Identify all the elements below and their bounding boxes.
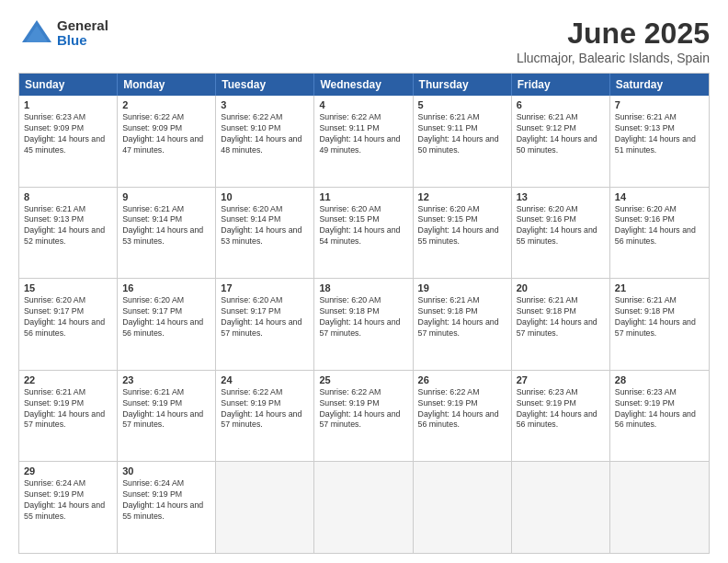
day-number: 1 bbox=[24, 99, 112, 110]
day-number: 2 bbox=[122, 99, 210, 110]
day-number: 6 bbox=[517, 99, 605, 110]
header: General Blue June 2025 Llucmajor, Balear… bbox=[18, 17, 710, 65]
day-header-thursday: Thursday bbox=[414, 74, 512, 96]
logo-general-label: General bbox=[57, 18, 108, 34]
day-number: 8 bbox=[24, 191, 112, 202]
day-cell-8: 8Sunrise: 6:21 AMSunset: 9:13 PMDaylight… bbox=[19, 188, 118, 279]
day-number: 24 bbox=[221, 374, 309, 385]
day-cell-6: 6Sunrise: 6:21 AMSunset: 9:12 PMDaylight… bbox=[512, 96, 610, 187]
day-number: 18 bbox=[319, 282, 407, 293]
cell-info: Sunrise: 6:21 AMSunset: 9:19 PMDaylight:… bbox=[122, 387, 210, 431]
logo-icon bbox=[18, 17, 55, 50]
day-cell-29: 29Sunrise: 6:24 AMSunset: 9:19 PMDayligh… bbox=[19, 462, 118, 553]
day-cell-30: 30Sunrise: 6:24 AMSunset: 9:19 PMDayligh… bbox=[118, 462, 216, 553]
title-block: June 2025 Llucmajor, Balearic Islands, S… bbox=[517, 17, 710, 65]
day-cell-14: 14Sunrise: 6:20 AMSunset: 9:16 PMDayligh… bbox=[610, 188, 709, 279]
logo-blue-label: Blue bbox=[57, 33, 108, 49]
day-number: 4 bbox=[319, 99, 407, 110]
day-header-saturday: Saturday bbox=[610, 74, 709, 96]
page: General Blue June 2025 Llucmajor, Balear… bbox=[0, 0, 728, 563]
day-cell-19: 19Sunrise: 6:21 AMSunset: 9:18 PMDayligh… bbox=[414, 279, 512, 370]
location-title: Llucmajor, Balearic Islands, Spain bbox=[517, 51, 710, 65]
cell-info: Sunrise: 6:23 AMSunset: 9:19 PMDaylight:… bbox=[615, 387, 704, 431]
day-cell-16: 16Sunrise: 6:20 AMSunset: 9:17 PMDayligh… bbox=[118, 279, 216, 370]
day-number: 29 bbox=[24, 465, 112, 477]
cell-info: Sunrise: 6:20 AMSunset: 9:16 PMDaylight:… bbox=[615, 204, 704, 248]
day-number: 11 bbox=[319, 191, 407, 202]
day-number: 9 bbox=[122, 191, 210, 202]
cell-info: Sunrise: 6:21 AMSunset: 9:19 PMDaylight:… bbox=[24, 387, 112, 431]
day-cell-18: 18Sunrise: 6:20 AMSunset: 9:18 PMDayligh… bbox=[314, 279, 413, 370]
cell-info: Sunrise: 6:22 AMSunset: 9:19 PMDaylight:… bbox=[418, 387, 506, 431]
cell-info: Sunrise: 6:21 AMSunset: 9:13 PMDaylight:… bbox=[615, 112, 704, 156]
day-number: 25 bbox=[319, 374, 407, 385]
empty-cell bbox=[216, 462, 314, 553]
day-cell-9: 9Sunrise: 6:21 AMSunset: 9:14 PMDaylight… bbox=[118, 188, 216, 279]
cell-info: Sunrise: 6:22 AMSunset: 9:10 PMDaylight:… bbox=[221, 112, 309, 156]
day-number: 7 bbox=[615, 99, 704, 110]
cell-info: Sunrise: 6:22 AMSunset: 9:19 PMDaylight:… bbox=[221, 387, 309, 431]
cell-info: Sunrise: 6:22 AMSunset: 9:11 PMDaylight:… bbox=[319, 112, 407, 156]
day-number: 26 bbox=[418, 374, 506, 385]
empty-cell bbox=[512, 462, 610, 553]
cell-info: Sunrise: 6:24 AMSunset: 9:19 PMDaylight:… bbox=[24, 478, 112, 523]
cell-info: Sunrise: 6:20 AMSunset: 9:15 PMDaylight:… bbox=[319, 204, 407, 248]
day-number: 27 bbox=[517, 374, 605, 385]
day-cell-27: 27Sunrise: 6:23 AMSunset: 9:19 PMDayligh… bbox=[512, 371, 610, 462]
day-number: 15 bbox=[24, 282, 112, 293]
day-number: 19 bbox=[418, 282, 506, 293]
logo: General Blue bbox=[18, 17, 108, 50]
day-number: 14 bbox=[615, 191, 704, 202]
day-cell-3: 3Sunrise: 6:22 AMSunset: 9:10 PMDaylight… bbox=[216, 96, 314, 187]
day-number: 16 bbox=[122, 282, 210, 293]
day-cell-20: 20Sunrise: 6:21 AMSunset: 9:18 PMDayligh… bbox=[512, 279, 610, 370]
cell-info: Sunrise: 6:21 AMSunset: 9:14 PMDaylight:… bbox=[122, 204, 210, 248]
cell-info: Sunrise: 6:20 AMSunset: 9:16 PMDaylight:… bbox=[517, 204, 605, 248]
cell-info: Sunrise: 6:20 AMSunset: 9:15 PMDaylight:… bbox=[418, 204, 506, 248]
day-cell-22: 22Sunrise: 6:21 AMSunset: 9:19 PMDayligh… bbox=[19, 371, 118, 462]
day-header-friday: Friday bbox=[512, 74, 610, 96]
cell-info: Sunrise: 6:21 AMSunset: 9:13 PMDaylight:… bbox=[24, 204, 112, 248]
day-cell-24: 24Sunrise: 6:22 AMSunset: 9:19 PMDayligh… bbox=[216, 371, 314, 462]
day-header-sunday: Sunday bbox=[19, 74, 118, 96]
day-header-tuesday: Tuesday bbox=[216, 74, 314, 96]
day-cell-26: 26Sunrise: 6:22 AMSunset: 9:19 PMDayligh… bbox=[414, 371, 512, 462]
day-cell-12: 12Sunrise: 6:20 AMSunset: 9:15 PMDayligh… bbox=[414, 188, 512, 279]
week-row-2: 8Sunrise: 6:21 AMSunset: 9:13 PMDaylight… bbox=[19, 187, 709, 279]
month-title: June 2025 bbox=[517, 17, 710, 51]
cell-info: Sunrise: 6:20 AMSunset: 9:18 PMDaylight:… bbox=[319, 295, 407, 339]
cell-info: Sunrise: 6:24 AMSunset: 9:19 PMDaylight:… bbox=[122, 478, 210, 523]
cell-info: Sunrise: 6:22 AMSunset: 9:09 PMDaylight:… bbox=[122, 112, 210, 156]
day-number: 23 bbox=[122, 374, 210, 385]
day-cell-13: 13Sunrise: 6:20 AMSunset: 9:16 PMDayligh… bbox=[512, 188, 610, 279]
cell-info: Sunrise: 6:21 AMSunset: 9:18 PMDaylight:… bbox=[418, 295, 506, 339]
cell-info: Sunrise: 6:23 AMSunset: 9:19 PMDaylight:… bbox=[517, 387, 605, 431]
cell-info: Sunrise: 6:21 AMSunset: 9:18 PMDaylight:… bbox=[517, 295, 605, 339]
week-row-4: 22Sunrise: 6:21 AMSunset: 9:19 PMDayligh… bbox=[19, 370, 709, 462]
calendar-header: SundayMondayTuesdayWednesdayThursdayFrid… bbox=[19, 74, 709, 96]
day-cell-2: 2Sunrise: 6:22 AMSunset: 9:09 PMDaylight… bbox=[118, 96, 216, 187]
day-number: 10 bbox=[221, 191, 309, 202]
day-cell-25: 25Sunrise: 6:22 AMSunset: 9:19 PMDayligh… bbox=[314, 371, 413, 462]
day-cell-23: 23Sunrise: 6:21 AMSunset: 9:19 PMDayligh… bbox=[118, 371, 216, 462]
day-cell-5: 5Sunrise: 6:21 AMSunset: 9:11 PMDaylight… bbox=[414, 96, 512, 187]
day-number: 21 bbox=[615, 282, 704, 293]
cell-info: Sunrise: 6:21 AMSunset: 9:11 PMDaylight:… bbox=[418, 112, 506, 156]
day-number: 13 bbox=[517, 191, 605, 202]
day-cell-28: 28Sunrise: 6:23 AMSunset: 9:19 PMDayligh… bbox=[610, 371, 709, 462]
cell-info: Sunrise: 6:20 AMSunset: 9:17 PMDaylight:… bbox=[122, 295, 210, 339]
calendar-body: 1Sunrise: 6:23 AMSunset: 9:09 PMDaylight… bbox=[19, 96, 709, 553]
day-number: 28 bbox=[615, 374, 704, 385]
cell-info: Sunrise: 6:22 AMSunset: 9:19 PMDaylight:… bbox=[319, 387, 407, 431]
day-cell-10: 10Sunrise: 6:20 AMSunset: 9:14 PMDayligh… bbox=[216, 188, 314, 279]
week-row-3: 15Sunrise: 6:20 AMSunset: 9:17 PMDayligh… bbox=[19, 278, 709, 370]
day-number: 12 bbox=[418, 191, 506, 202]
cell-info: Sunrise: 6:21 AMSunset: 9:18 PMDaylight:… bbox=[615, 295, 704, 339]
calendar: SundayMondayTuesdayWednesdayThursdayFrid… bbox=[18, 73, 710, 554]
day-cell-15: 15Sunrise: 6:20 AMSunset: 9:17 PMDayligh… bbox=[19, 279, 118, 370]
day-header-wednesday: Wednesday bbox=[314, 74, 413, 96]
day-number: 22 bbox=[24, 374, 112, 385]
day-cell-4: 4Sunrise: 6:22 AMSunset: 9:11 PMDaylight… bbox=[314, 96, 413, 187]
cell-info: Sunrise: 6:20 AMSunset: 9:14 PMDaylight:… bbox=[221, 204, 309, 248]
day-cell-17: 17Sunrise: 6:20 AMSunset: 9:17 PMDayligh… bbox=[216, 279, 314, 370]
